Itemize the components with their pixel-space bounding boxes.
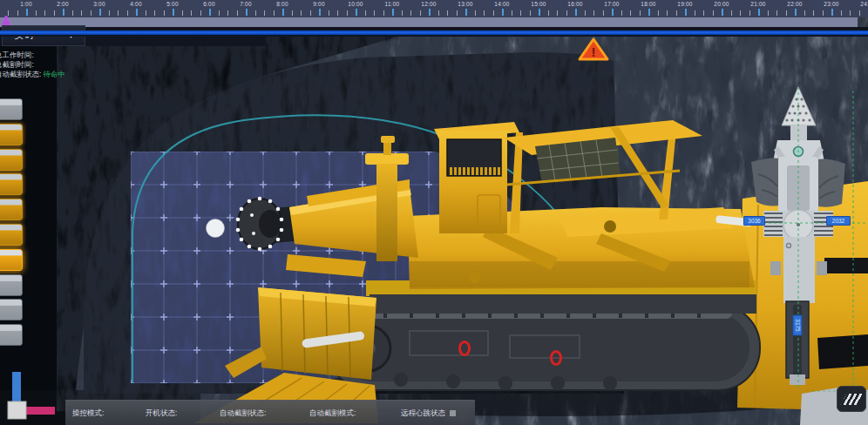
timeline-hour-tick	[685, 9, 687, 16]
viewpoint-preset-item[interactable]	[0, 173, 23, 195]
timeline-minor-tick	[640, 10, 641, 16]
timeline-hour-tick	[319, 9, 321, 16]
viewpoint-preset-item[interactable]	[0, 98, 23, 120]
status-bar-item: 操控模式:	[72, 408, 104, 419]
viewpoint-preset-item[interactable]	[0, 299, 23, 320]
timeline-minor-tick	[658, 10, 659, 16]
warning-alert-icon[interactable]: !	[577, 37, 610, 63]
status-label: 总截割时间:	[0, 60, 34, 69]
timeline-hour-label: 6:00	[203, 1, 214, 7]
timeline-minor-tick	[182, 10, 183, 16]
timeline-minor-tick	[493, 10, 494, 16]
axis-x-pink[interactable]	[25, 407, 55, 415]
timeline-hour-tick	[429, 9, 431, 16]
timeline-minor-tick	[457, 10, 458, 16]
machine-status-bar: 操控模式:开机状态:自动截割状态:自动截割模式:远程心跳状态	[65, 400, 475, 425]
timeline-minor-tick	[850, 10, 851, 16]
distance-badge-vertical: 3175	[793, 315, 803, 336]
timeline-minor-tick	[8, 10, 9, 16]
status-bar-item: 开机状态:	[146, 408, 177, 419]
viewpoint-preset-item[interactable]	[0, 199, 23, 220]
timeline-hour-tick	[63, 9, 64, 16]
status-value: 待命中	[43, 70, 65, 78]
timeline-minor-tick	[557, 10, 558, 16]
timeline-minor-tick	[337, 10, 338, 16]
axis-y-blue[interactable]	[12, 372, 21, 405]
timeline-minor-tick	[438, 10, 439, 16]
axis-gizmo[interactable]	[0, 366, 70, 425]
timeline-hour-label: 10:00	[348, 1, 363, 7]
timeline-minor-tick	[566, 10, 567, 16]
timeline-minor-tick	[804, 10, 805, 16]
timeline-minor-tick	[402, 10, 403, 16]
timeline-minor-tick	[365, 10, 366, 16]
timeline-hour-label: 20:00	[714, 1, 729, 7]
timeline-hour-label: 8:00	[276, 1, 288, 7]
timeline-hour-label: 15:00	[531, 1, 546, 7]
timeline-hour-tick	[648, 9, 650, 16]
timeline-hour-label: 16:00	[567, 1, 582, 7]
timeline-minor-tick	[146, 10, 146, 16]
timeline-range-band[interactable]	[0, 17, 858, 27]
timeline-minor-tick	[530, 10, 531, 16]
remote-mining-console: 00:001:002:003:004:005:006:007:008:009:0…	[0, 0, 868, 425]
timeline-hour-tick	[26, 9, 28, 16]
timeline-hour-label: 19:00	[677, 1, 692, 7]
timeline-minor-tick	[292, 10, 293, 16]
timeline-minor-tick	[621, 10, 622, 16]
viewpoint-preset-item[interactable]	[0, 249, 23, 271]
distance-badge-right: 2032	[826, 216, 851, 226]
distance-badge-left: 3036	[743, 216, 765, 226]
timeline-hour-label: 2:00	[57, 1, 68, 7]
timeline-minor-tick	[695, 10, 695, 16]
timeline-minor-tick	[676, 10, 677, 16]
status-line: 总截割时间:	[0, 60, 65, 70]
timeline-ruler[interactable]: 00:001:002:003:004:005:006:007:008:009:0…	[0, 0, 868, 35]
timeline-minor-tick	[127, 10, 128, 16]
timeline-hour-tick	[246, 9, 248, 16]
viewpoint-preset-item[interactable]	[0, 274, 23, 296]
timeline-hour-label: 4:00	[130, 1, 141, 7]
timeline-hour-label: 3:00	[93, 1, 105, 7]
timeline-minor-tick	[768, 10, 769, 16]
timeline-minor-tick	[17, 10, 18, 16]
timeline-minor-tick	[749, 10, 750, 16]
timeline-minor-tick	[329, 10, 329, 16]
status-line: 总工作时间:	[0, 51, 65, 60]
timeline-minor-tick	[520, 10, 521, 16]
timeline-minor-tick	[548, 10, 549, 16]
viewpoint-preset-item[interactable]	[0, 224, 23, 246]
tunnel-3d-viewport[interactable]	[0, 0, 868, 425]
timeline-hour-label: 9:00	[313, 1, 324, 7]
accent-divider-shadow	[0, 35, 868, 37]
timeline-minor-tick	[703, 10, 704, 16]
timeline-hour-tick	[539, 9, 540, 16]
timeline-minor-tick	[227, 10, 228, 16]
timeline-hour-label: 12:00	[421, 1, 436, 7]
timeline-minor-tick	[786, 10, 787, 16]
viewpoint-preset-item[interactable]	[0, 124, 23, 145]
warning-exclamation: !	[592, 44, 596, 59]
timeline-minor-tick	[154, 10, 155, 16]
timeline-hour-label: 14:00	[494, 1, 509, 7]
timeline-minor-tick	[667, 10, 668, 16]
timeline-minor-tick	[731, 10, 732, 16]
timeline-hour-tick	[392, 9, 394, 16]
annotate-tool-button[interactable]	[837, 386, 866, 412]
viewpoint-preset-item[interactable]	[0, 324, 23, 346]
track-assembly	[328, 305, 760, 390]
timeline-hour-tick	[502, 9, 504, 16]
axis-origin-cube[interactable]	[8, 401, 26, 419]
status-panel: 总工作时间:总截割时间:自动截割状态:待命中	[0, 51, 65, 79]
timeline-minor-tick	[823, 10, 824, 16]
timeline-hour-tick	[136, 9, 138, 16]
viewpoint-preset-item[interactable]	[0, 149, 23, 171]
timeline-minor-tick	[740, 10, 741, 16]
timeline-hour-tick	[99, 9, 101, 16]
timeline-minor-tick	[255, 10, 256, 16]
timeline-hour-tick	[722, 9, 723, 16]
timeline-minor-tick	[54, 10, 55, 16]
timeline-hour-tick	[465, 9, 467, 16]
timeline-minor-tick	[191, 10, 192, 16]
timeline-minor-tick	[859, 10, 860, 16]
